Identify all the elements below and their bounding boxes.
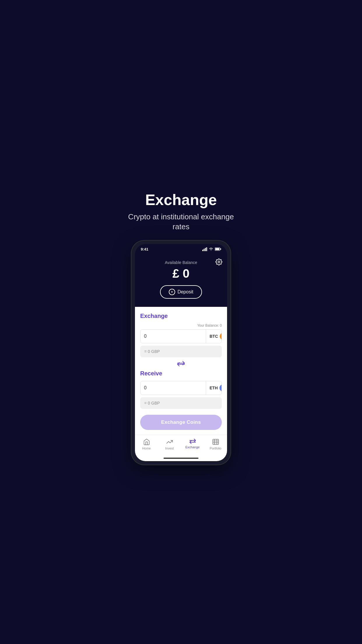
nav-label-portfolio: Portfolio bbox=[210, 447, 221, 450]
nav-item-exchange[interactable]: Exchange bbox=[181, 438, 204, 450]
to-coin-name: ETH bbox=[210, 386, 218, 390]
svg-rect-2 bbox=[205, 248, 206, 251]
from-coin-selector[interactable]: BTC ₿ ▾ bbox=[206, 330, 222, 343]
deposit-button[interactable]: + Deposit bbox=[160, 285, 202, 299]
invest-icon bbox=[166, 438, 173, 445]
signal-icon bbox=[202, 247, 207, 251]
svg-point-7 bbox=[218, 261, 220, 263]
nav-label-exchange: Exchange bbox=[185, 445, 200, 449]
to-coin-selector[interactable]: ETH Ξ ▾ bbox=[206, 381, 222, 395]
exchange-coins-button[interactable]: Exchange Coins bbox=[140, 415, 222, 430]
exchange-panel: Exchange Your Balance: 0 BTC ₿ ▾ = 0 GBP bbox=[135, 307, 227, 435]
swap-arrows-button[interactable] bbox=[140, 361, 222, 368]
nav-item-portfolio[interactable]: Portfolio bbox=[204, 438, 227, 450]
from-amount-input[interactable] bbox=[140, 330, 206, 343]
home-bar bbox=[164, 458, 198, 459]
svg-rect-8 bbox=[213, 439, 219, 444]
from-coin-name: BTC bbox=[210, 334, 218, 339]
svg-rect-5 bbox=[215, 248, 219, 250]
phone-mockup: 9:41 bbox=[131, 241, 231, 465]
nav-label-home: Home bbox=[142, 447, 151, 450]
from-conversion: = 0 GBP bbox=[140, 346, 222, 357]
battery-icon bbox=[215, 247, 221, 251]
btc-icon: ₿ bbox=[220, 333, 222, 340]
eth-icon: Ξ bbox=[219, 384, 222, 391]
hero-title: Exchange bbox=[126, 191, 236, 209]
deposit-plus-icon: + bbox=[169, 289, 175, 295]
to-conversion: = 0 GBP bbox=[140, 397, 222, 409]
balance-label: Available Balance bbox=[141, 260, 221, 265]
balance-header: Available Balance £ 0 + Deposit bbox=[135, 256, 227, 307]
bottom-nav: Home Invest Exchange bbox=[135, 435, 227, 456]
portfolio-icon bbox=[212, 438, 219, 445]
svg-rect-3 bbox=[206, 247, 207, 251]
wifi-icon bbox=[209, 247, 213, 251]
hero-subtitle: Crypto at institutional exchange rates bbox=[126, 212, 236, 232]
balance-amount: £ 0 bbox=[141, 267, 221, 281]
exchange-section-title: Exchange bbox=[140, 313, 222, 319]
receive-section-title: Receive bbox=[140, 370, 222, 377]
status-icons bbox=[202, 247, 221, 251]
svg-rect-6 bbox=[220, 249, 221, 250]
page-wrapper: Exchange Crypto at institutional exchang… bbox=[121, 179, 241, 465]
status-bar: 9:41 bbox=[135, 244, 227, 253]
to-input-row: ETH Ξ ▾ bbox=[140, 381, 222, 395]
balance-hint: Your Balance: 0 bbox=[140, 323, 222, 328]
svg-rect-0 bbox=[202, 250, 203, 251]
nav-item-invest[interactable]: Invest bbox=[158, 438, 181, 450]
exchange-icon bbox=[189, 438, 196, 444]
settings-button[interactable] bbox=[215, 258, 222, 267]
hero-section: Exchange Crypto at institutional exchang… bbox=[121, 179, 241, 241]
deposit-label: Deposit bbox=[178, 289, 193, 295]
svg-rect-1 bbox=[204, 249, 205, 251]
phone-inner: 9:41 bbox=[135, 244, 227, 461]
from-input-row: BTC ₿ ▾ bbox=[140, 329, 222, 343]
status-time: 9:41 bbox=[141, 247, 148, 251]
to-amount-input[interactable] bbox=[140, 381, 206, 395]
home-icon bbox=[143, 438, 150, 445]
nav-item-home[interactable]: Home bbox=[135, 438, 158, 450]
home-indicator bbox=[135, 456, 227, 461]
nav-label-invest: Invest bbox=[165, 447, 174, 450]
